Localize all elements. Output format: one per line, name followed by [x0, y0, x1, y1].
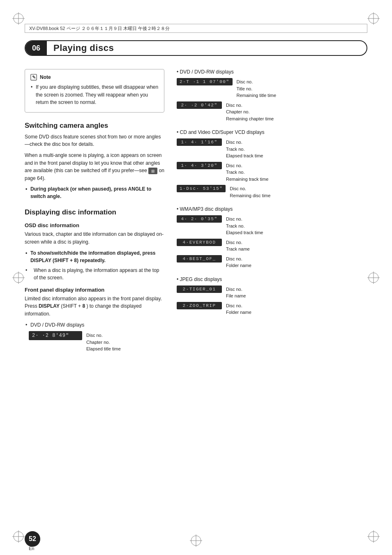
right-cd-entry-1: 1· 4· 3'20" Disc no. Track no. Remaining…	[177, 162, 367, 183]
right-cd-desc-1: Disc no. Track no. Remaining track time	[226, 162, 268, 183]
svg-text:✎: ✎	[32, 75, 36, 80]
corner-mark-tl	[12, 12, 25, 25]
right-cd-title: CD and Video CD/Super VCD displays	[177, 129, 367, 135]
right-cd-panel-1: 1· 4· 3'20"	[177, 162, 222, 169]
page-lang: En	[29, 546, 34, 551]
right-dvd-panel-1: 2· ·2 0'42"	[177, 101, 222, 109]
switching-camera-section: Switching camera angles Some DVD discs f…	[25, 122, 164, 200]
right-dvd-entry-0: 2·T ·1 1 07'00" Disc no. Title no. Remai…	[177, 78, 367, 99]
switching-camera-para1: Some DVD discs feature scenes shot from …	[25, 133, 164, 148]
top-bar-text: XV-DV88.book 52 ページ ２０６年１１月９日 木曜日 午後２時２８…	[29, 25, 170, 32]
dvd-display-panel: 2· ·2 8'49"	[29, 331, 82, 340]
right-dvd-panel-0: 2·T ·1 1 07'00"	[177, 78, 233, 85]
top-bar: XV-DV88.book 52 ページ ２０６年１１月９日 木曜日 午後２時２８…	[25, 24, 367, 33]
corner-mark-br	[367, 530, 380, 543]
corner-mark-tr	[367, 12, 380, 25]
front-panel-heading: Front panel display information	[25, 287, 164, 293]
right-wma-desc-2: Disc no. Folder name	[226, 255, 251, 269]
note-icon: ✎	[30, 74, 37, 81]
right-jpeg-entry-0: 2·TIGER_01 Disc no. File name	[177, 286, 367, 299]
note-box: ✎ Note If you are displaying subtitles, …	[25, 69, 164, 113]
dvd-bullet: DVD / DVD-RW displays	[25, 321, 164, 329]
page-number: 52	[25, 531, 40, 547]
right-cd-panel-2: 1·Dsc· 53'15"	[177, 185, 226, 192]
switching-camera-bold-bullet: During playback (or when paused), press …	[25, 185, 164, 200]
right-cd-panel-0: 1· 4· 1'16"	[177, 138, 222, 146]
right-jpeg-section: JPEG disc displays 2·TIGER_01 Disc no. F…	[177, 276, 367, 316]
switching-camera-heading: Switching camera angles	[25, 122, 164, 130]
right-cd-entry-2: 1·Dsc· 53'15" Disc no. Remaining disc ti…	[177, 185, 367, 199]
right-cd-desc-0: Disc no. Track no. Elapsed track time	[226, 138, 263, 159]
right-jpeg-entry-1: 2·ZOO_TRIP Disc no. Folder name	[177, 302, 367, 316]
chapter-number: 06	[25, 41, 47, 55]
right-jpeg-desc-0: Disc no. File name	[226, 286, 246, 299]
right-wma-panel-1: 4·EVERYBOD	[177, 239, 222, 246]
right-cd-entry-0: 1· 4· 1'16" Disc no. Track no. Elapsed t…	[177, 138, 367, 159]
right-jpeg-panel-1: 2·ZOO_TRIP	[177, 302, 222, 309]
chapter-title: Playing discs	[47, 43, 114, 53]
right-wma-entry-0: 4· 2· 0'35" Disc no. Track no. Elapsed t…	[177, 215, 367, 236]
corner-mark-bl	[12, 530, 25, 543]
osd-heading: OSD disc information	[25, 222, 164, 228]
note-bullet-1: If you are displaying subtitles, these w…	[30, 83, 159, 106]
right-wma-entry-2: 4·BEST_OF_ Disc no. Folder name	[177, 255, 367, 269]
right-wma-entry-1: 4·EVERYBOD Disc no. Track name	[177, 239, 367, 253]
displaying-disc-heading: Displaying disc information	[25, 208, 164, 216]
osd-para: Various track, chapter and title informa…	[25, 230, 164, 246]
note-label: Note	[40, 74, 51, 81]
dvd-display-row: 2· ·2 8'49" Disc no. Chapter no. Elapsed…	[29, 331, 164, 352]
right-dvd-desc-1: Disc no. Chapter no. Remaining chapter t…	[226, 101, 274, 122]
right-column: DVD / DVD-RW displays 2·T ·1 1 07'00" Di…	[177, 65, 367, 522]
dvd-display-label: Disc no. Chapter no. Elapsed title time	[86, 331, 121, 352]
right-dvd-entry-1: 2· ·2 0'42" Disc no. Chapter no. Remaini…	[177, 101, 367, 122]
displaying-disc-section: Displaying disc information OSD disc inf…	[25, 208, 164, 352]
side-mark-l	[12, 272, 25, 284]
right-wma-title: WMA/MP3 disc displays	[177, 206, 367, 212]
note-header: ✎ Note	[30, 74, 159, 81]
osd-sub-bullet: When a disc is playing, the information …	[25, 267, 164, 282]
multi-angle-icon: ⊞	[148, 168, 157, 174]
content-area: ✎ Note If you are displaying subtitles, …	[25, 65, 367, 522]
front-panel-para: Limited disc information also appears in…	[25, 295, 164, 318]
right-jpeg-panel-0: 2·TIGER_01	[177, 286, 222, 293]
right-wma-desc-1: Disc no. Track name	[226, 239, 250, 253]
right-dvd-desc-0: Disc no. Title no. Remaining title time	[237, 78, 277, 99]
right-dvd-section: DVD / DVD-RW displays 2·T ·1 1 07'00" Di…	[177, 69, 367, 122]
side-mark-r	[367, 272, 380, 284]
osd-bold-bullet: To show/switch/hide the information disp…	[25, 249, 164, 264]
right-jpeg-desc-1: Disc no. Folder name	[226, 302, 251, 316]
right-dvd-title: DVD / DVD-RW displays	[177, 69, 367, 75]
right-wma-panel-0: 4· 2· 0'35"	[177, 215, 222, 223]
left-column: ✎ Note If you are displaying subtitles, …	[25, 65, 164, 522]
right-wma-desc-0: Disc no. Track no. Elapsed track time	[226, 215, 263, 236]
chapter-header: 06 Playing discs	[25, 40, 367, 56]
svg-text:⊞: ⊞	[151, 169, 154, 173]
bottom-center-mark	[190, 534, 202, 547]
right-wma-section: WMA/MP3 disc displays 4· 2· 0'35" Disc n…	[177, 206, 367, 269]
switching-camera-para2: When a multi-angle scene is playing, a i…	[25, 152, 164, 182]
right-wma-panel-2: 4·BEST_OF_	[177, 255, 222, 263]
right-cd-desc-2: Disc no. Remaining disc time	[230, 185, 270, 199]
right-cd-section: CD and Video CD/Super VCD displays 1· 4·…	[177, 129, 367, 199]
right-jpeg-title: JPEG disc displays	[177, 276, 367, 282]
